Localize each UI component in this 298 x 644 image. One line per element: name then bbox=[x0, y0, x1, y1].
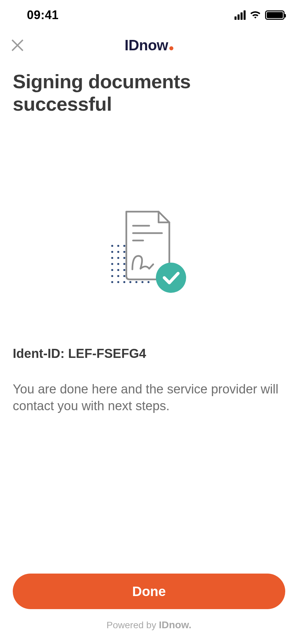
svg-point-25 bbox=[141, 281, 143, 283]
status-time: 09:41 bbox=[27, 8, 59, 22]
svg-point-8 bbox=[111, 257, 113, 259]
page-title: Signing documents successful bbox=[0, 60, 298, 115]
footer-brand: IDnow bbox=[159, 619, 189, 630]
app-header: IDnow bbox=[0, 30, 298, 60]
svg-point-14 bbox=[111, 269, 113, 271]
logo-text: IDnow bbox=[125, 37, 168, 54]
logo-dot-icon bbox=[169, 46, 173, 50]
battery-icon bbox=[265, 10, 285, 20]
svg-point-3 bbox=[117, 245, 119, 247]
svg-point-12 bbox=[117, 263, 119, 265]
svg-point-20 bbox=[111, 281, 113, 283]
svg-point-5 bbox=[111, 251, 113, 253]
close-button[interactable] bbox=[9, 37, 26, 53]
footer-brand-dot-icon: . bbox=[189, 619, 191, 630]
svg-point-7 bbox=[123, 251, 125, 253]
illustration-container bbox=[0, 115, 298, 346]
signed-document-icon bbox=[105, 209, 193, 296]
ident-id-value: LEF-FSEFG4 bbox=[68, 346, 146, 361]
svg-point-9 bbox=[117, 257, 119, 259]
body-text: You are done here and the service provid… bbox=[0, 361, 298, 414]
cellular-signal-icon bbox=[235, 10, 246, 20]
svg-point-16 bbox=[123, 269, 125, 271]
status-indicators bbox=[235, 10, 285, 20]
svg-point-11 bbox=[111, 263, 113, 265]
powered-by-label: Powered by bbox=[107, 620, 156, 630]
close-icon bbox=[10, 38, 25, 53]
svg-point-24 bbox=[135, 281, 137, 283]
ident-id-row: Ident-ID: LEF-FSEFG4 bbox=[0, 346, 298, 361]
svg-point-2 bbox=[111, 245, 113, 247]
svg-point-19 bbox=[123, 275, 125, 277]
svg-point-23 bbox=[129, 281, 131, 283]
svg-point-18 bbox=[117, 275, 119, 277]
svg-point-22 bbox=[123, 281, 125, 283]
wifi-icon bbox=[250, 11, 261, 19]
svg-point-4 bbox=[123, 245, 125, 247]
svg-point-17 bbox=[111, 275, 113, 277]
svg-point-13 bbox=[123, 263, 125, 265]
idnow-logo: IDnow bbox=[125, 37, 173, 54]
status-bar: 09:41 bbox=[0, 0, 298, 30]
svg-point-6 bbox=[117, 251, 119, 253]
svg-point-26 bbox=[147, 281, 150, 283]
svg-point-10 bbox=[123, 257, 125, 259]
ident-id-label: Ident-ID: bbox=[13, 346, 65, 361]
done-button[interactable]: Done bbox=[13, 574, 285, 609]
svg-point-30 bbox=[156, 263, 186, 293]
svg-point-21 bbox=[117, 281, 119, 283]
svg-point-15 bbox=[117, 269, 119, 271]
powered-by-footer: Powered by IDnow. bbox=[0, 619, 298, 644]
